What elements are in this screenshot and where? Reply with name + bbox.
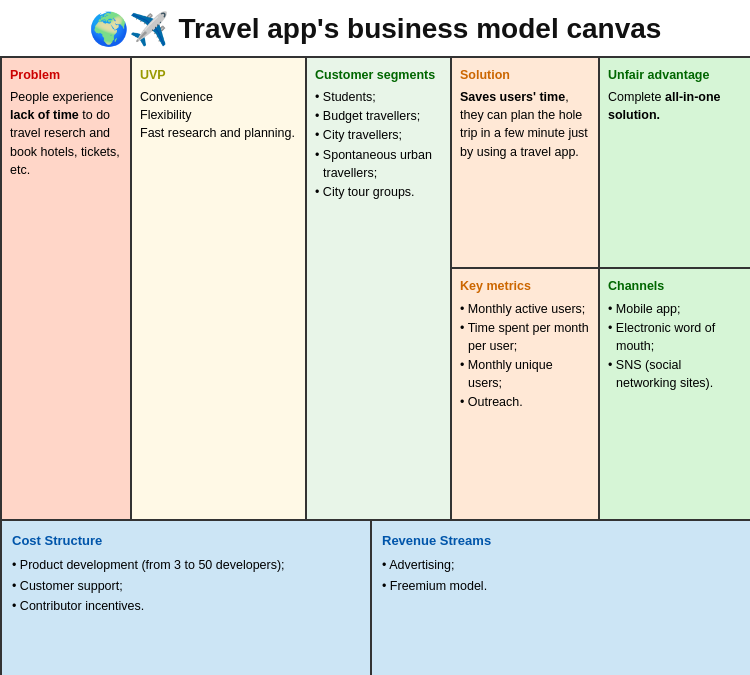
solution-label: Solution xyxy=(460,66,590,84)
key-metrics-label: Key metrics xyxy=(460,277,590,295)
page-title: Travel app's business model canvas xyxy=(179,13,662,45)
problem-label: Problem xyxy=(10,66,122,84)
list-item: Monthly unique users; xyxy=(460,356,590,392)
list-item: Time spent per month per user; xyxy=(460,319,590,355)
cost-list: Product development (from 3 to 50 develo… xyxy=(12,556,360,616)
customer-cell: Customer segments Students; Budget trave… xyxy=(307,58,452,521)
list-item: Contributor incentives. xyxy=(12,597,360,616)
list-item: Students; xyxy=(315,88,442,106)
uvp-label: UVP xyxy=(140,66,297,84)
revenue-streams-cell: Revenue Streams Advertising; Freemium mo… xyxy=(372,521,750,675)
key-metrics-cell: Key metrics Monthly active users; Time s… xyxy=(452,269,600,521)
solution-cell: Solution Saves users' time, they can pla… xyxy=(452,58,600,269)
revenue-streams-label: Revenue Streams xyxy=(382,531,742,551)
list-item: City travellers; xyxy=(315,126,442,144)
problem-text: People experience lack of time to do tra… xyxy=(10,88,122,179)
list-item: Budget travellers; xyxy=(315,107,442,125)
list-item: Customer support; xyxy=(12,577,360,596)
problem-cell: Problem People experience lack of time t… xyxy=(2,58,132,521)
problem-bold: lack of time xyxy=(10,108,79,122)
globe-icon: 🌍✈️ xyxy=(89,10,169,48)
list-item: Electronic word of mouth; xyxy=(608,319,742,355)
bottom-section: Cost Structure Product development (from… xyxy=(0,521,750,675)
unfair-cell: Unfair advantage Complete all-in-one sol… xyxy=(600,58,750,269)
unfair-bold: all-in-one solution. xyxy=(608,90,721,122)
channels-cell: Channels Mobile app; Electronic word of … xyxy=(600,269,750,521)
list-item: Outreach. xyxy=(460,393,590,411)
unfair-text: Complete all-in-one solution. xyxy=(608,88,742,124)
channels-label: Channels xyxy=(608,277,742,295)
canvas-grid: Problem People experience lack of time t… xyxy=(0,56,750,521)
customer-label: Customer segments xyxy=(315,66,442,84)
channels-list: Mobile app; Electronic word of mouth; SN… xyxy=(608,300,742,393)
list-item: Mobile app; xyxy=(608,300,742,318)
list-item: Freemium model. xyxy=(382,577,742,596)
uvp-cell: UVP ConvenienceFlexibilityFast research … xyxy=(132,58,307,521)
list-item: SNS (social networking sites). xyxy=(608,356,742,392)
page-header: 🌍✈️ Travel app's business model canvas xyxy=(0,0,750,56)
revenue-list: Advertising; Freemium model. xyxy=(382,556,742,596)
key-metrics-list: Monthly active users; Time spent per mon… xyxy=(460,300,590,412)
customer-list: Students; Budget travellers; City travel… xyxy=(315,88,442,201)
solution-bold: Saves users' time xyxy=(460,90,565,104)
cost-structure-cell: Cost Structure Product development (from… xyxy=(2,521,372,675)
list-item: Spontaneous urban travellers; xyxy=(315,146,442,182)
cost-structure-label: Cost Structure xyxy=(12,531,360,551)
solution-text: Saves users' time, they can plan the hol… xyxy=(460,88,590,161)
list-item: Monthly active users; xyxy=(460,300,590,318)
unfair-label: Unfair advantage xyxy=(608,66,742,84)
uvp-text: ConvenienceFlexibilityFast research and … xyxy=(140,88,297,142)
list-item: City tour groups. xyxy=(315,183,442,201)
list-item: Product development (from 3 to 50 develo… xyxy=(12,556,360,575)
list-item: Advertising; xyxy=(382,556,742,575)
